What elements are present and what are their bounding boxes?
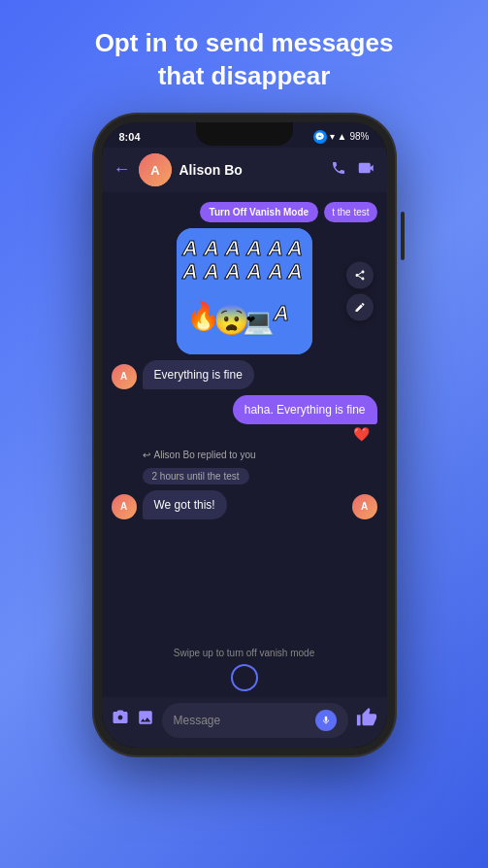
screen: 8:04 ▾ ▲ 98% ← xyxy=(102,122,387,748)
camera-icon[interactable] xyxy=(112,709,129,731)
message-input[interactable]: Message xyxy=(162,703,348,738)
svg-text:A: A xyxy=(267,236,283,260)
swipe-hint: Swipe up to turn off vanish mode xyxy=(102,644,387,664)
input-bar: Message xyxy=(102,697,387,748)
contact-name: Alison Bo xyxy=(179,162,323,178)
message-bubble-received-2: We got this! xyxy=(143,490,227,519)
status-time: 8:04 xyxy=(119,131,141,143)
gallery-icon[interactable] xyxy=(137,709,154,731)
svg-text:❤: ❤ xyxy=(246,314,255,325)
received-message-1: A Everything is fine xyxy=(112,360,377,389)
sender-avatar-sm: A xyxy=(112,364,137,389)
message-bubble-sent: haha. Everything is fine xyxy=(233,395,377,424)
message-text: Everything is fine xyxy=(154,368,243,382)
swipe-hint-text: Swipe up to turn off vanish mode xyxy=(174,648,314,658)
side-button xyxy=(401,212,405,260)
reaction-row: ❤️ xyxy=(112,426,377,442)
reply-info-text: Alison Bo replied to you xyxy=(154,450,256,460)
svg-text:A: A xyxy=(203,236,219,260)
status-icons: ▾ ▲ 98% xyxy=(311,130,370,144)
svg-text:A: A xyxy=(224,259,241,284)
messenger-icon xyxy=(313,130,327,144)
headline: Opt in to send messages that disappear xyxy=(56,0,433,111)
svg-text:A: A xyxy=(150,163,160,178)
test-button[interactable]: t the test xyxy=(324,202,376,222)
svg-text:A: A xyxy=(224,236,241,260)
messages-area: Turn Off Vanish Mode t the test A A A A xyxy=(102,192,387,644)
svg-text:A: A xyxy=(245,259,262,284)
svg-text:A: A xyxy=(181,259,198,284)
viewer-avatar: A xyxy=(352,494,377,519)
sent-message-1: haha. Everything is fine xyxy=(112,395,377,424)
svg-text:A: A xyxy=(245,236,262,260)
contact-avatar: A xyxy=(139,153,172,186)
received-message-2: A We got this! A xyxy=(112,490,377,519)
svg-text:A: A xyxy=(273,301,289,325)
message-text-2: We got this! xyxy=(154,498,215,512)
phone-frame: 8:04 ▾ ▲ 98% ← xyxy=(94,115,395,755)
chat-header: ← A Alison Bo xyxy=(102,148,387,192)
received-left: A We got this! xyxy=(112,490,227,519)
sticker-image: A A A A A A A A A A A A xyxy=(177,228,312,354)
heart-reaction: ❤️ xyxy=(353,426,370,442)
svg-text:A: A xyxy=(203,259,219,284)
video-icon[interactable] xyxy=(358,160,375,180)
message-text: haha. Everything is fine xyxy=(244,403,366,417)
time-chip: 2 hours until the test xyxy=(143,468,249,484)
input-placeholder: Message xyxy=(174,714,221,727)
reply-info: ↩ Alison Bo replied to you xyxy=(112,448,377,462)
swipe-circle xyxy=(231,664,258,691)
svg-text:A: A xyxy=(181,236,198,260)
signal-icon: ▲ xyxy=(338,131,347,142)
sender-avatar-sm-2: A xyxy=(112,494,137,519)
phone-icon[interactable] xyxy=(331,160,346,180)
back-button[interactable]: ← xyxy=(114,159,131,180)
svg-text:A: A xyxy=(286,259,303,284)
phone-mockup: 8:04 ▾ ▲ 98% ← xyxy=(94,115,395,755)
wifi-icon: ▾ xyxy=(330,131,335,142)
headline-line1: Opt in to send messages xyxy=(95,28,394,57)
header-icons xyxy=(331,160,375,180)
svg-text:A: A xyxy=(267,259,283,284)
headline-line2: that disappear xyxy=(158,61,331,90)
time-chip-text: 2 hours until the test xyxy=(152,471,240,482)
thumbs-up-icon[interactable] xyxy=(356,707,377,733)
sticker-message: A A A A A A A A A A A A xyxy=(112,228,377,354)
battery: 98% xyxy=(349,131,369,142)
edit-button[interactable] xyxy=(346,293,374,320)
turn-off-vanish-button[interactable]: Turn Off Vanish Mode xyxy=(200,202,319,222)
svg-text:A: A xyxy=(286,236,303,260)
reply-arrow-icon: ↩ xyxy=(143,450,150,460)
phone-notch xyxy=(196,122,293,146)
swipe-indicator xyxy=(102,664,387,697)
mic-icon[interactable] xyxy=(315,710,337,731)
share-button[interactable] xyxy=(346,261,374,288)
vanish-banner: Turn Off Vanish Mode t the test xyxy=(112,202,377,222)
message-bubble-received: Everything is fine xyxy=(143,360,254,389)
